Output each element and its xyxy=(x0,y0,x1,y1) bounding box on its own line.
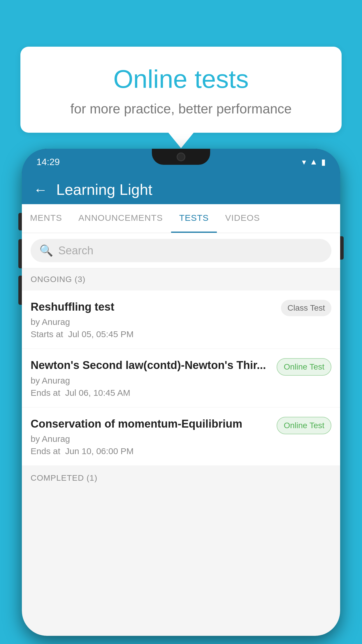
time-value: Jul 05, 05:45 PM xyxy=(68,329,133,339)
ongoing-section-title: ONGOING (3) xyxy=(31,275,85,284)
time-label: Ends at xyxy=(31,446,60,456)
tab-announcements[interactable]: ANNOUNCEMENTS xyxy=(70,204,171,233)
phone-frame: 14:29 ▾ ▲ ▮ ← Learning Light MENTS ANNOU… xyxy=(22,149,340,636)
promo-title: Online tests xyxy=(44,64,318,94)
signal-icon: ▲ xyxy=(310,157,318,167)
promo-banner: Online tests for more practice, better p… xyxy=(20,47,342,148)
promo-subtitle: for more practice, better performance xyxy=(44,101,318,117)
test-author: by Anurag xyxy=(31,434,271,444)
completed-section-header: COMPLETED (1) xyxy=(22,467,340,489)
speech-bubble-arrow xyxy=(168,132,194,148)
status-bar: 14:29 ▾ ▲ ▮ xyxy=(22,149,340,175)
phone-notch xyxy=(152,149,210,165)
app-header: ← Learning Light xyxy=(22,175,340,204)
volume-up-button xyxy=(18,239,22,268)
time-label: Ends at xyxy=(31,388,60,398)
test-info: Reshuffling test by Anurag Starts at Jul… xyxy=(31,300,275,339)
class-test-badge: Class Test xyxy=(281,300,331,316)
front-camera xyxy=(177,153,185,161)
time-value: Jul 06, 10:45 AM xyxy=(65,388,130,398)
completed-section-title: COMPLETED (1) xyxy=(31,473,97,482)
test-time: Ends at Jun 10, 06:00 PM xyxy=(31,446,271,456)
status-icons: ▾ ▲ ▮ xyxy=(302,157,326,167)
tab-videos[interactable]: VIDEOS xyxy=(217,204,268,233)
status-time: 14:29 xyxy=(36,157,60,167)
test-author: by Anurag xyxy=(31,317,275,327)
test-name: Newton's Second law(contd)-Newton's Thir… xyxy=(31,358,271,372)
online-test-badge-2: Online Test xyxy=(277,417,331,434)
search-bar[interactable]: 🔍 Search xyxy=(31,239,331,262)
list-item[interactable]: Conservation of momentum-Equilibrium by … xyxy=(22,407,340,466)
tabs-bar: MENTS ANNOUNCEMENTS TESTS VIDEOS xyxy=(22,204,340,233)
search-input[interactable]: Search xyxy=(58,244,93,257)
test-name: Reshuffling test xyxy=(31,300,275,314)
power-button xyxy=(340,236,344,260)
test-time: Starts at Jul 05, 05:45 PM xyxy=(31,329,275,339)
tests-list: Reshuffling test by Anurag Starts at Jul… xyxy=(22,290,340,466)
phone-mockup: 14:29 ▾ ▲ ▮ ← Learning Light MENTS ANNOU… xyxy=(22,149,340,644)
battery-icon: ▮ xyxy=(321,157,326,167)
mute-button xyxy=(18,213,22,230)
online-test-badge: Online Test xyxy=(277,358,331,376)
tab-tests[interactable]: TESTS xyxy=(171,204,217,233)
wifi-icon: ▾ xyxy=(302,157,306,167)
search-container: 🔍 Search xyxy=(22,233,340,268)
phone-content: MENTS ANNOUNCEMENTS TESTS VIDEOS 🔍 Searc… xyxy=(22,204,340,636)
test-time: Ends at Jul 06, 10:45 AM xyxy=(31,388,271,398)
test-name: Conservation of momentum-Equilibrium xyxy=(31,417,271,431)
app-title: Learning Light xyxy=(56,181,152,198)
volume-down-button xyxy=(18,276,22,305)
test-info: Newton's Second law(contd)-Newton's Thir… xyxy=(31,358,271,398)
search-icon: 🔍 xyxy=(39,244,53,257)
back-button[interactable]: ← xyxy=(34,182,48,198)
speech-bubble: Online tests for more practice, better p… xyxy=(20,47,342,133)
test-info: Conservation of momentum-Equilibrium by … xyxy=(31,417,271,456)
list-item[interactable]: Newton's Second law(contd)-Newton's Thir… xyxy=(22,349,340,407)
list-item[interactable]: Reshuffling test by Anurag Starts at Jul… xyxy=(22,290,340,349)
time-value: Jun 10, 06:00 PM xyxy=(65,446,133,456)
ongoing-section-header: ONGOING (3) xyxy=(22,268,340,290)
test-author: by Anurag xyxy=(31,376,271,386)
tab-ments[interactable]: MENTS xyxy=(22,204,70,233)
time-label: Starts at xyxy=(31,329,63,339)
